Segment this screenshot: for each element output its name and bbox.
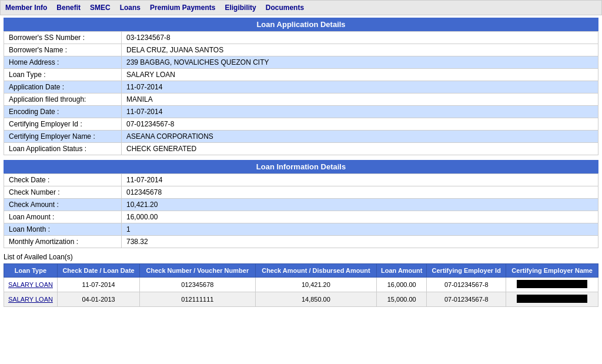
loan-type-link[interactable]: SALARY LOAN (8, 281, 53, 288)
cert-employer-id-cell: 07-01234567-8 (427, 292, 506, 307)
loan-app-label: Loan Type : (4, 69, 122, 81)
nav-item-loans[interactable]: Loans (120, 4, 141, 12)
loan-application-table: Borrower's SS Number :03-1234567-8Borrow… (4, 31, 598, 155)
cert-employer-id-cell: 07-01234567-8 (427, 278, 506, 292)
cert-employer-name-cell (506, 292, 598, 307)
top-nav: Member InfoBenefitSMECLoansPremium Payme… (0, 0, 602, 15)
loan-info-section: Loan Information Details Check Date :11-… (4, 160, 598, 248)
loans-table-header-cell: Check Number / Voucher Number (140, 264, 255, 278)
loan-app-label: Loan Application Status : (4, 143, 122, 155)
loans-table-head: Loan TypeCheck Date / Loan DateCheck Num… (4, 264, 598, 278)
loan-info-row: Loan Month :1 (4, 223, 598, 236)
loan-info-label: Check Amount : (4, 199, 122, 211)
loan-app-label: Encoding Date : (4, 106, 122, 118)
redacted-employer-name (517, 280, 587, 288)
loans-table-header-cell: Loan Amount (377, 264, 427, 278)
loan-app-row: Application Date :11-07-2014 (4, 81, 598, 93)
check-amount-cell: 10,421.20 (255, 278, 377, 292)
loan-app-label: Certifying Employer Name : (4, 131, 122, 143)
availed-loans-title: List of Availed Loan(s) (4, 253, 598, 261)
check-number-cell: 012345678 (140, 278, 255, 292)
cert-employer-name-cell (506, 278, 598, 292)
availed-loans-table: Loan TypeCheck Date / Loan DateCheck Num… (4, 263, 598, 307)
loans-table-header-cell: Check Amount / Disbursed Amount (255, 264, 377, 278)
loan-amount-cell: 16,000.00 (377, 278, 427, 292)
loan-app-row: Borrower's Name :DELA CRUZ, JUANA SANTOS (4, 44, 598, 56)
loan-amount-cell: 15,000.00 (377, 292, 427, 307)
loan-info-row: Check Date :11-07-2014 (4, 174, 598, 186)
loan-app-label: Application filed through: (4, 93, 122, 106)
loans-table-header-cell: Certifying Employer Name (506, 264, 598, 278)
loan-info-value: 738.32 (122, 236, 598, 248)
loan-app-value: DELA CRUZ, JUANA SANTOS (122, 44, 598, 56)
loan-app-value: ASEANA CORPORATIONS (122, 131, 598, 143)
loans-table-header-cell: Certifying Employer Id (427, 264, 506, 278)
loan-info-label: Monthly Amortization : (4, 236, 122, 248)
loan-info-row: Monthly Amortization :738.32 (4, 236, 598, 248)
nav-item-documents[interactable]: Documents (266, 4, 304, 12)
loan-info-label: Loan Month : (4, 223, 122, 236)
main-content: Loan Application Details Borrower's SS N… (0, 15, 602, 309)
loan-app-label: Borrower's SS Number : (4, 32, 122, 44)
check-amount-cell: 14,850.00 (255, 292, 377, 307)
loan-info-value: 11-07-2014 (122, 174, 598, 186)
loan-app-value: 11-07-2014 (122, 81, 598, 93)
loan-app-row: Encoding Date :11-07-2014 (4, 106, 598, 118)
loan-app-label: Certifying Employer Id : (4, 118, 122, 131)
loan-app-value: 11-07-2014 (122, 106, 598, 118)
check-date-cell: 04-01-2013 (57, 292, 139, 307)
loan-app-row: Loan Type :SALARY LOAN (4, 69, 598, 81)
redacted-employer-name (517, 295, 587, 303)
loan-type-cell: SALARY LOAN (4, 278, 58, 292)
loan-app-row: Certifying Employer Name :ASEANA CORPORA… (4, 131, 598, 143)
loan-app-row: Borrower's SS Number :03-1234567-8 (4, 32, 598, 44)
loan-app-label: Application Date : (4, 81, 122, 93)
check-number-cell: 012111111 (140, 292, 255, 307)
loan-info-label: Loan Amount : (4, 211, 122, 223)
loan-info-value: 012345678 (122, 186, 598, 199)
nav-item-member-info[interactable]: Member Info (5, 4, 47, 12)
nav-item-smec[interactable]: SMEC (90, 4, 111, 12)
loan-info-row: Check Number :012345678 (4, 186, 598, 199)
loan-info-value: 16,000.00 (122, 211, 598, 223)
loan-app-row: Application filed through:MANILA (4, 93, 598, 106)
loan-type-link[interactable]: SALARY LOAN (8, 296, 53, 303)
loan-app-row: Loan Application Status :CHECK GENERATED (4, 143, 598, 155)
loan-info-table: Check Date :11-07-2014Check Number :0123… (4, 173, 598, 248)
loan-app-row: Certifying Employer Id :07-01234567-8 (4, 118, 598, 131)
loan-app-row: Home Address :239 BAGBAG, NOVALICHES QUE… (4, 56, 598, 69)
loan-app-value: MANILA (122, 93, 598, 106)
loan-app-value: CHECK GENERATED (122, 143, 598, 155)
loan-info-value: 1 (122, 223, 598, 236)
check-date-cell: 11-07-2014 (57, 278, 139, 292)
loan-type-cell: SALARY LOAN (4, 292, 58, 307)
loan-info-row: Check Amount :10,421.20 (4, 199, 598, 211)
loan-app-value: 239 BAGBAG, NOVALICHES QUEZON CITY (122, 56, 598, 69)
loans-table-body: SALARY LOAN11-07-201401234567810,421.201… (4, 278, 598, 307)
loan-application-section: Loan Application Details Borrower's SS N… (4, 18, 598, 155)
loan-info-header: Loan Information Details (4, 160, 598, 173)
loan-info-label: Check Date : (4, 174, 122, 186)
loan-app-value: 03-1234567-8 (122, 32, 598, 44)
loan-app-value: SALARY LOAN (122, 69, 598, 81)
loan-info-row: Loan Amount :16,000.00 (4, 211, 598, 223)
loan-app-label: Home Address : (4, 56, 122, 69)
loan-application-header: Loan Application Details (4, 18, 598, 31)
loan-info-value: 10,421.20 (122, 199, 598, 211)
loans-table-header-cell: Check Date / Loan Date (57, 264, 139, 278)
loan-app-value: 07-01234567-8 (122, 118, 598, 131)
loans-table-header-cell: Loan Type (4, 264, 58, 278)
availed-loans-section: List of Availed Loan(s) Loan TypeCheck D… (4, 253, 598, 307)
loans-table-row: SALARY LOAN04-01-201301211111114,850.001… (4, 292, 598, 307)
nav-item-eligibility[interactable]: Eligibility (225, 4, 256, 12)
loans-table-row: SALARY LOAN11-07-201401234567810,421.201… (4, 278, 598, 292)
nav-item-premium-payments[interactable]: Premium Payments (150, 4, 215, 12)
nav-item-benefit[interactable]: Benefit (56, 4, 81, 12)
loans-table-header-row: Loan TypeCheck Date / Loan DateCheck Num… (4, 264, 598, 278)
loan-app-label: Borrower's Name : (4, 44, 122, 56)
loan-info-label: Check Number : (4, 186, 122, 199)
